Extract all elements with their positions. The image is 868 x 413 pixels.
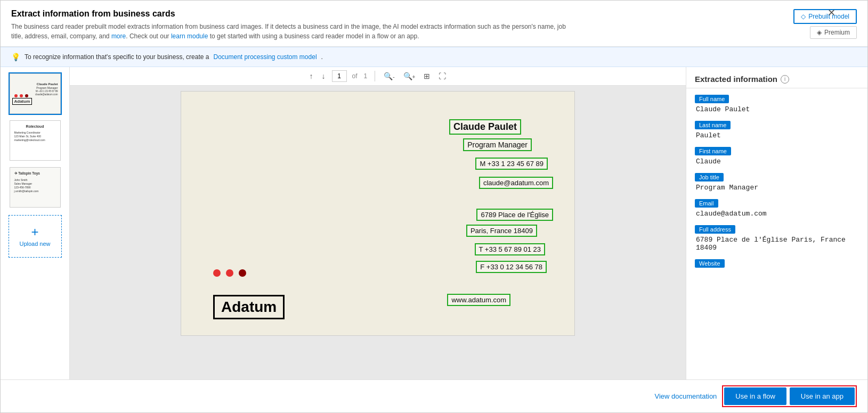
viewer-toolbar: ↑ ↓ of 1 🔍- 🔍+ ⊞ ⛶: [70, 67, 686, 86]
card-name: Claude Paulet: [449, 119, 521, 135]
thumb-card-2: Rolecloud Marketing Coordinator 123 Main…: [10, 120, 61, 161]
card-dot-2: [226, 269, 233, 277]
field-value-4: claude@adatum.com: [695, 210, 859, 218]
dot2: [20, 94, 23, 97]
card-dots: [213, 269, 246, 277]
custom-model-link[interactable]: Document processing custom model: [213, 53, 317, 61]
field-label-4: Email: [695, 199, 718, 208]
dialog-footer: View documentation Use in a flow Use in …: [1, 379, 867, 412]
desc-text3: to get started with using a business car…: [208, 32, 419, 40]
extract-dialog: Extract information from business cards …: [0, 0, 868, 413]
tc1-name: Claude Paulet: [37, 82, 58, 86]
tc1-dots: [14, 94, 28, 97]
diamond-icon: ◇: [801, 13, 806, 20]
extracted-fields-scroll[interactable]: Full name Claude Paulet Last name Paulet…: [686, 88, 867, 379]
page-total: 1: [364, 72, 368, 80]
tc1-email: claude@adatum.com: [35, 93, 58, 96]
upload-new-button[interactable]: + Upload new: [9, 215, 62, 258]
prev-page-button[interactable]: ↑: [307, 71, 315, 81]
extracted-info-title: Extracted information: [695, 75, 777, 84]
card-mobile: M +33 1 23 45 67 89: [475, 158, 548, 170]
zoom-out-button[interactable]: 🔍-: [382, 71, 396, 81]
card-logo: Adatum: [213, 295, 285, 319]
page-number-input[interactable]: [332, 70, 347, 82]
extracted-info-header: Extracted information i: [686, 67, 867, 88]
tc1-logo: Adatum: [12, 98, 33, 105]
card-email: claude@adatum.com: [479, 177, 553, 189]
field-value-3: Program Manager: [695, 184, 859, 192]
card-dot-1: [213, 269, 221, 277]
info-field-full-address: Full address 6789 Place de l'Église Pari…: [695, 225, 859, 252]
info-bar: 💡 To recognize information that's specif…: [1, 47, 867, 67]
card-address2: Paris, France 18409: [466, 225, 537, 237]
dot1: [14, 94, 18, 97]
field-label-1: Last name: [695, 121, 731, 129]
info-field-website: Website: [695, 259, 859, 270]
field-value-1: Paulet: [695, 131, 859, 139]
upload-label: Upload new: [19, 241, 50, 247]
fullscreen-button[interactable]: ⛶: [436, 71, 448, 81]
close-button[interactable]: ✕: [828, 8, 835, 18]
field-label-5: Full address: [695, 225, 735, 234]
dialog-title: Extract information from business cards: [11, 9, 782, 19]
tc1-title: Program Manager: [36, 86, 58, 89]
thumbnail-2[interactable]: Rolecloud Marketing Coordinator 123 Main…: [9, 119, 62, 162]
dot3: [25, 94, 28, 97]
prebuilt-model-button[interactable]: ◇ Prebuilt model: [793, 9, 857, 24]
lightbulb-icon: 💡: [11, 53, 20, 61]
thumbnail-3[interactable]: ✈ Tailspin Toys John Smith Sales Manager…: [9, 166, 62, 209]
card-dot-3: [239, 269, 246, 277]
desc-text2: . Check out our: [126, 32, 171, 40]
thumbnail-panel: Claude Paulet Program Manager M +33 1 23…: [1, 67, 70, 379]
toolbar-divider: [375, 71, 375, 81]
info-help-icon[interactable]: i: [781, 75, 789, 84]
tc2-content: Marketing Coordinator 123 Main St, Suite…: [12, 130, 58, 143]
thumb-card-3: ✈ Tailspin Toys John Smith Sales Manager…: [10, 167, 61, 208]
card-tel: T +33 5 67 89 01 23: [475, 243, 546, 255]
field-value-2: Claude: [695, 158, 859, 166]
info-field-last-name: Last name Paulet: [695, 121, 859, 139]
page-sep: of: [352, 72, 358, 80]
learn-link[interactable]: learn module: [171, 32, 208, 40]
main-content: Claude Paulet Program Manager M +33 1 23…: [1, 67, 867, 379]
field-value-5: 6789 Place de l'Église Paris, France 184…: [695, 236, 859, 252]
header-left: Extract information from business cards …: [11, 9, 782, 41]
info-field-email: Email claude@adatum.com: [695, 199, 859, 218]
card-website: www.adatum.com: [447, 294, 510, 306]
info-bar-text2: .: [321, 53, 323, 61]
action-buttons-group: Use in a flow Use in an app: [722, 385, 857, 407]
thumb-card-1: Claude Paulet Program Manager M +33 1 23…: [10, 73, 61, 114]
zoom-in-button[interactable]: 🔍+: [401, 71, 418, 81]
dialog-description: The business card reader prebuilt model …: [11, 22, 571, 41]
fit-page-button[interactable]: ⊞: [421, 71, 432, 81]
thumbnail-1[interactable]: Claude Paulet Program Manager M +33 1 23…: [9, 72, 62, 115]
next-page-button[interactable]: ↓: [320, 71, 328, 81]
viewer-content[interactable]: Claude Paulet Program Manager M +33 1 23…: [70, 86, 686, 379]
field-value-0: Claude Paulet: [695, 105, 859, 113]
card-address1: 6789 Place de l'Église: [476, 209, 553, 221]
plus-icon: +: [31, 226, 38, 238]
info-field-first-name: First name Claude: [695, 147, 859, 166]
use-in-app-button[interactable]: Use in an app: [790, 387, 855, 405]
card-fax: F +33 0 12 34 56 78: [476, 261, 547, 273]
viewer-panel: ↑ ↓ of 1 🔍- 🔍+ ⊞ ⛶ Claude Paulet Program…: [70, 67, 686, 379]
more-link[interactable]: more: [111, 32, 126, 40]
field-label-6: Website: [695, 259, 725, 268]
field-label-0: Full name: [695, 95, 729, 103]
tc2-company: Rolecloud: [12, 123, 58, 130]
use-in-flow-button[interactable]: Use in a flow: [724, 387, 786, 405]
card-title: Program Manager: [463, 138, 532, 151]
info-field-full-name: Full name Claude Paulet: [695, 95, 859, 113]
view-documentation-link[interactable]: View documentation: [655, 392, 717, 400]
info-bar-text1: To recognize information that's specific…: [25, 53, 209, 61]
dialog-header: Extract information from business cards …: [1, 1, 867, 47]
extracted-info-panel: Extracted information i Full name Claude…: [686, 67, 867, 379]
tc1-phone: M +33 1 23 45 67 89: [36, 90, 58, 93]
tc3-company: ✈ Tailspin Toys: [12, 170, 58, 177]
field-label-3: Job title: [695, 173, 724, 181]
tc3-content: John Smith Sales Manager 123-456-7890 j.…: [12, 177, 58, 194]
info-field-job-title: Job title Program Manager: [695, 173, 859, 192]
field-label-2: First name: [695, 147, 731, 155]
premium-button[interactable]: ◈ Premium: [810, 26, 857, 39]
business-card-image: Claude Paulet Program Manager M +33 1 23…: [181, 91, 575, 336]
